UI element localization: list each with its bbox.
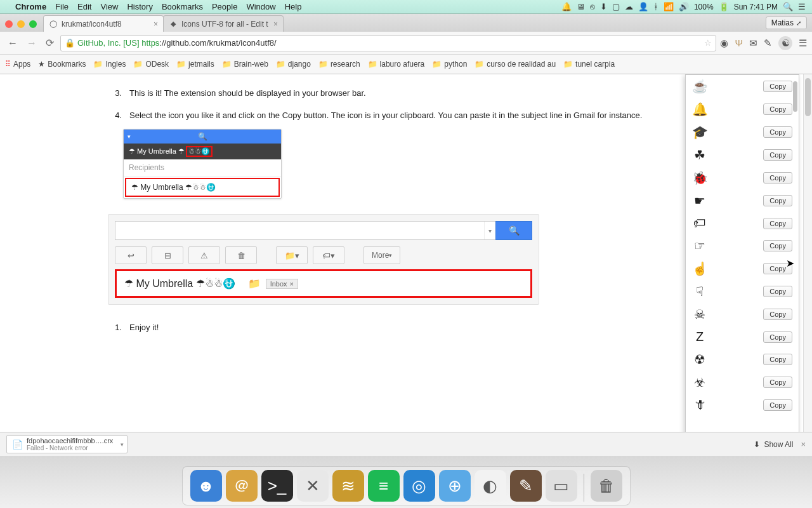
dock-app[interactable]: ◐	[475, 470, 506, 502]
tab-webstore[interactable]: ◆ Icons UTF-8 for all - Edit t ×	[163, 15, 284, 32]
copy-button[interactable]: Copy	[763, 354, 792, 365]
bookmark-folder[interactable]: 📁python	[432, 60, 467, 69]
copy-button[interactable]: Copy	[763, 331, 792, 343]
dock-app[interactable]: >_	[261, 470, 293, 502]
battery-icon[interactable]: 🔋	[719, 2, 729, 11]
tab-github[interactable]: ◯ krukmat/icon4utf8 ×	[43, 15, 164, 32]
bookmark-folder[interactable]: 📁Brain-web	[222, 60, 268, 69]
menubar-help[interactable]: Help	[285, 2, 302, 11]
bookmark-folder[interactable]: 📁jetmails	[176, 60, 214, 69]
copy-button[interactable]: Copy	[763, 286, 792, 297]
dock-app[interactable]: ≡	[368, 470, 400, 502]
dock-app[interactable]: ✎	[510, 470, 542, 502]
extension-row: 🔔Copy	[686, 98, 799, 121]
glyph-icon: ☛	[692, 193, 707, 208]
download-item[interactable]: 📄 fdpohaocaechififmbbb….crx Failed - Net…	[6, 435, 128, 453]
zoom-window-icon[interactable]	[29, 20, 37, 28]
notification-icon[interactable]: 🔔	[561, 2, 572, 11]
dock-app[interactable]: ▭	[546, 470, 577, 502]
bookmark-folder[interactable]: 📁research	[318, 60, 360, 69]
bookmark-folder[interactable]: 📁Ingles	[93, 60, 126, 69]
copy-button[interactable]: Copy	[763, 377, 792, 388]
dock-app[interactable]: ⊕	[439, 470, 471, 502]
copy-button[interactable]: Copy	[763, 218, 792, 229]
bluetooth-icon[interactable]: ᚼ	[653, 2, 658, 11]
copy-button[interactable]: Copy	[763, 399, 792, 411]
expand-icon: ⤢	[796, 20, 801, 27]
dock-app[interactable]: ≋	[332, 470, 364, 502]
menubar-appname[interactable]: Chrome	[15, 2, 46, 11]
menubar-people[interactable]: People	[212, 2, 237, 11]
reload-button[interactable]: ⟳	[43, 36, 56, 50]
close-tab-icon[interactable]: ×	[154, 20, 158, 29]
folder-icon: 📁	[248, 277, 261, 290]
dropbox-icon[interactable]: ⬇	[600, 2, 607, 11]
bookmark-folder[interactable]: 📁django	[276, 60, 311, 69]
menubar-view[interactable]: View	[100, 2, 118, 11]
menubar-file[interactable]: File	[55, 2, 69, 11]
copy-button[interactable]: Copy	[763, 104, 792, 115]
extension-scrollbar[interactable]	[793, 81, 797, 112]
spotlight-icon[interactable]: 🔍	[783, 2, 793, 11]
wifi-icon[interactable]: 📶	[664, 2, 674, 11]
dock-app[interactable]: ◎	[403, 470, 435, 502]
display-icon[interactable]: 🖥	[577, 2, 585, 11]
glyph-icon: ☟	[692, 284, 707, 299]
copy-button[interactable]: Copy	[763, 126, 792, 138]
chrome-profile-button[interactable]: Matias ⤢	[766, 17, 807, 29]
profile-name: Matias	[771, 18, 794, 27]
copy-button[interactable]: Copy	[763, 149, 792, 161]
bookmark-apps[interactable]: ⠿Apps	[5, 60, 30, 69]
battery-menu-icon[interactable]: ▢	[612, 2, 620, 11]
copy-button[interactable]: Copy	[763, 172, 792, 184]
menubar-bookmarks[interactable]: Bookmarks	[162, 2, 203, 11]
minimize-window-icon[interactable]	[17, 20, 25, 28]
user-icon[interactable]: 👤	[638, 2, 648, 11]
copy-button[interactable]: Copy	[763, 240, 792, 251]
scrollbar-thumb[interactable]	[805, 78, 811, 116]
inbox-subject-text: ☂ My Umbrella ☂☃☃⛎	[124, 277, 235, 290]
window-controls[interactable]	[5, 20, 37, 32]
extension-icon[interactable]: Ψ	[735, 37, 743, 48]
cloud-icon[interactable]: ☁	[625, 2, 633, 11]
menu-icon[interactable]: ☰	[798, 2, 806, 11]
extension-icon[interactable]: ◉	[720, 37, 728, 49]
icon4utf8-extension-icon[interactable]: ☯	[778, 36, 792, 50]
brush-icon[interactable]: ✎	[764, 37, 772, 49]
dock-app[interactable]: ☻	[190, 470, 222, 502]
bookmark-star-icon[interactable]: ☆	[704, 38, 712, 48]
bookmark-folder[interactable]: 📁curso de realidad au	[475, 60, 556, 69]
bookmark-folder[interactable]: 📁laburo afuera	[368, 60, 425, 69]
scrollbar[interactable]	[803, 74, 812, 432]
battery-percent[interactable]: 100%	[694, 3, 714, 11]
step-3: 3. This is it! The extension should be d…	[108, 88, 704, 98]
copy-button[interactable]: Copy	[763, 309, 792, 320]
omnibox-secure: GitHub, Inc. [US]	[77, 38, 140, 48]
close-downloads-icon[interactable]: ×	[801, 439, 806, 449]
back-button[interactable]: ←	[5, 36, 20, 50]
menubar-window[interactable]: Window	[246, 2, 275, 11]
show-all-downloads[interactable]: ⬇ Show All	[754, 440, 793, 449]
menubar-history[interactable]: History	[127, 2, 152, 11]
copy-button[interactable]: Copy	[763, 195, 792, 206]
close-window-icon[interactable]	[5, 20, 13, 28]
sync-icon[interactable]: ⎋	[590, 2, 595, 11]
bookmark-bookmarks[interactable]: ★Bookmarks	[38, 60, 86, 69]
dock-app[interactable]: ✕	[297, 470, 329, 502]
copy-button[interactable]: Copy	[763, 81, 792, 92]
chevron-down-icon[interactable]: ▾	[121, 441, 124, 448]
mail-icon[interactable]: ✉	[749, 37, 757, 49]
volume-icon[interactable]: 🔊	[679, 2, 689, 11]
glyph-icon: ☣	[692, 375, 707, 390]
menubar-edit[interactable]: Edit	[77, 2, 91, 11]
omnibox-url-scheme: https	[141, 38, 159, 48]
dock-app[interactable]: 🗑	[591, 470, 622, 502]
dock-app[interactable]: ＠	[226, 470, 258, 502]
omnibox[interactable]: 🔒 GitHub, Inc. [US] https ://github.com/…	[60, 35, 716, 51]
close-tab-icon[interactable]: ×	[273, 20, 278, 29]
bookmark-folder[interactable]: 📁ODesk	[133, 60, 169, 69]
hamburger-icon[interactable]: ☰	[799, 37, 807, 49]
bookmark-folder[interactable]: 📁tunel carpia	[563, 60, 615, 69]
menubar-clock[interactable]: Sun 7:41 PM	[734, 3, 778, 11]
reply-button: ↩	[115, 246, 147, 264]
